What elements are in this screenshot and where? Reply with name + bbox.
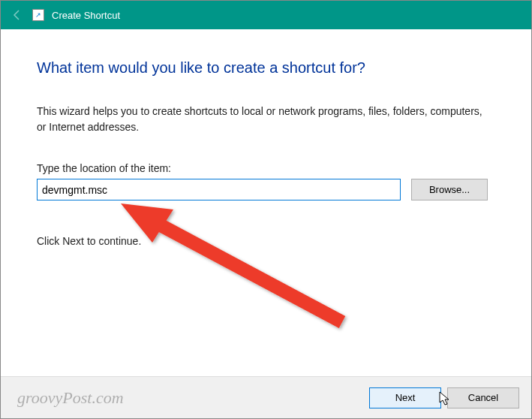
wizard-footer: groovyPost.com Next Cancel — [1, 376, 531, 418]
browse-button[interactable]: Browse... — [411, 179, 488, 200]
back-button — [7, 5, 28, 26]
watermark-text: groovyPost.com — [17, 388, 369, 408]
next-button[interactable]: Next — [369, 387, 441, 408]
titlebar: ↗ Create Shortcut — [1, 1, 531, 29]
back-arrow-icon — [11, 8, 24, 22]
shortcut-app-icon: ↗ — [32, 9, 44, 21]
wizard-description: This wizard helps you to create shortcut… — [37, 104, 488, 135]
cancel-button[interactable]: Cancel — [447, 387, 519, 408]
continue-hint: Click Next to continue. — [37, 235, 488, 247]
wizard-content: What item would you like to create a sho… — [1, 29, 531, 262]
window-title: Create Shortcut — [52, 10, 120, 21]
footer-buttons: Next Cancel — [369, 387, 519, 408]
wizard-heading: What item would you like to create a sho… — [37, 59, 488, 77]
location-label: Type the location of the item: — [37, 162, 488, 174]
location-input[interactable] — [37, 179, 401, 200]
location-input-row: Browse... — [37, 179, 488, 200]
